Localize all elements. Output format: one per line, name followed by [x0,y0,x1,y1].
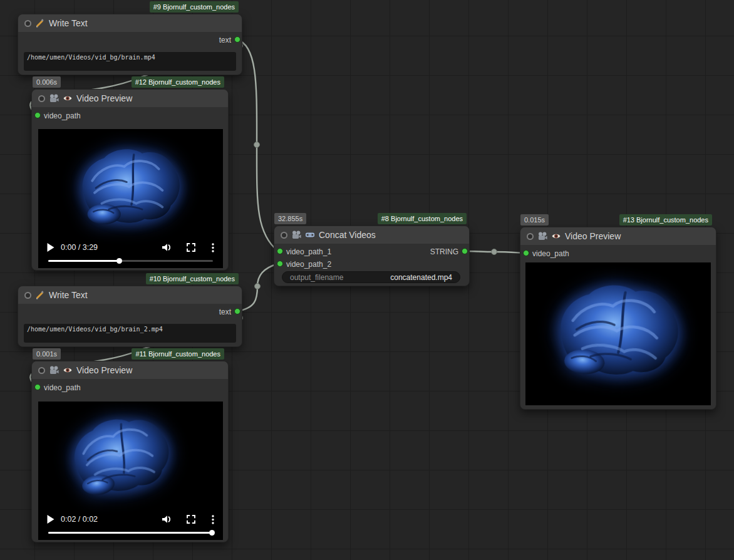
movie-camera-icon [292,231,301,239]
output-slot-label: text [219,308,231,316]
collapse-dot[interactable] [24,20,31,27]
output-slot-row: text [18,34,242,46]
input-slot-row: video_path_2 [274,258,469,271]
timeline-played [48,260,119,262]
eye-icon [63,366,72,374]
input-slot-label: video_path [44,111,81,120]
timeline-knob[interactable] [209,530,215,536]
execution-time-badge: 0.015s [520,214,549,226]
node-video-preview-11[interactable]: 0.001s #11 Bjornulf_custom_nodes Video P… [31,361,229,542]
movie-camera-icon [49,94,59,103]
node-titlebar[interactable]: Concat Videos [274,226,469,244]
link-midpoint-dot[interactable] [492,249,497,255]
node-write-text-10[interactable]: #10 Bjornulf_custom_nodes Write Text tex… [18,286,242,347]
execution-time-badge: 0.001s [33,348,61,360]
brain-video-frame [542,271,694,397]
input-port-video-path[interactable] [34,112,41,118]
widget-label: output_filename [290,273,343,282]
pencil-icon [36,19,44,28]
input-port-video-path-1[interactable] [277,248,283,254]
brain-video-frame [59,406,184,511]
movie-camera-icon [49,366,59,375]
brain-video-frame [71,142,190,237]
node-titlebar[interactable]: Video Preview [520,227,716,245]
movie-camera-icon [538,232,547,241]
video-timeline[interactable] [48,532,213,534]
node-titlebar[interactable]: Video Preview [32,90,228,107]
collapse-dot[interactable] [281,232,287,239]
input-port-video-path[interactable] [34,384,41,390]
node-titlebar[interactable]: Write Text [18,286,242,304]
node-title: Video Preview [76,93,132,103]
play-button[interactable] [47,243,54,252]
video-time: 0:00 / 3:29 [61,243,98,252]
collapse-dot[interactable] [527,233,534,240]
collapse-dot[interactable] [38,95,45,102]
node-id-badge: #8 Bjornulf_custom_nodes [378,213,467,224]
fullscreen-button[interactable] [187,243,195,252]
node-concat-videos-8[interactable]: 32.855s #8 Bjornulf_custom_nodes Concat … [274,226,470,286]
node-title: Video Preview [76,365,132,375]
video-player[interactable] [525,262,711,405]
collapse-dot[interactable] [38,367,45,374]
fullscreen-button[interactable] [187,515,195,524]
video-controls: 0:02 / 0:02 [38,509,223,540]
timeline-played [48,532,213,534]
node-titlebar[interactable]: Video Preview [32,361,228,379]
input-slot-label: video_path_2 [286,260,331,269]
link-midpoint-dot[interactable] [255,284,261,289]
input-slot-label: video_path [532,249,569,258]
overflow-menu-button[interactable] [212,515,214,524]
output-port-text[interactable] [234,36,240,43]
input-slot-row: video_path [32,110,228,122]
video-timeline[interactable] [48,260,213,262]
node-id-badge: #12 Bjornulf_custom_nodes [132,76,224,88]
input-slot-row: video_path [520,247,716,260]
node-id-badge: #9 Bjornulf_custom_nodes [150,1,239,13]
video-player[interactable]: 0:00 / 3:29 [38,129,223,268]
play-button[interactable] [47,515,54,524]
output-slot-row: text [18,306,242,318]
input-port-video-path[interactable] [523,250,529,256]
node-graph-canvas[interactable]: #9 Bjornulf_custom_nodes Write Text text… [0,0,734,560]
widget-value: concatenated.mp4 [390,273,452,282]
overflow-menu-button[interactable] [212,243,214,252]
output-slot-label: text [219,36,231,44]
pencil-icon [36,291,44,299]
node-id-badge: #13 Bjornulf_custom_nodes [619,214,712,226]
link-icon [306,231,314,239]
output-port-text[interactable] [234,308,240,314]
video-controls: 0:00 / 3:29 [38,237,223,268]
node-title: Video Preview [565,231,621,241]
input-slot-row: video_path [32,381,228,394]
output-filename-widget[interactable]: output_filename concatenated.mp4 [282,271,460,283]
timeline-knob[interactable] [116,258,122,264]
volume-button[interactable] [162,515,170,524]
node-id-badge: #11 Bjornulf_custom_nodes [132,348,224,360]
output-port-string[interactable] [462,248,468,254]
text-widget[interactable]: /home/umen/Videos/vid_bg/brain_2.mp4 [24,324,236,343]
input-slot-row: video_path_1 STRING [274,246,469,258]
output-slot-label: STRING [430,247,458,256]
execution-time-badge: 0.006s [33,76,61,88]
execution-time-badge: 32.855s [274,213,306,224]
node-title: Write Text [49,18,88,28]
node-title: Concat Videos [319,230,376,240]
text-widget[interactable]: /home/umen/Videos/vid_bg/brain.mp4 [24,52,236,71]
input-slot-label: video_path_1 [286,247,331,256]
video-time: 0:02 / 0:02 [61,515,98,524]
link-midpoint-dot[interactable] [254,142,260,148]
node-write-text-9[interactable]: #9 Bjornulf_custom_nodes Write Text text… [18,14,242,75]
eye-icon [552,232,561,240]
node-video-preview-13[interactable]: 0.015s #13 Bjornulf_custom_nodes Video P… [520,227,716,410]
eye-icon [63,95,72,102]
node-titlebar[interactable]: Write Text [18,14,242,32]
volume-button[interactable] [162,243,170,252]
video-player[interactable]: 0:02 / 0:02 [38,402,223,540]
node-title: Write Text [49,290,88,300]
node-id-badge: #10 Bjornulf_custom_nodes [146,273,239,284]
collapse-dot[interactable] [24,292,31,299]
node-video-preview-12[interactable]: 0.006s #12 Bjornulf_custom_nodes Video P… [31,89,229,271]
input-port-video-path-2[interactable] [277,261,283,267]
input-slot-label: video_path [44,383,81,392]
